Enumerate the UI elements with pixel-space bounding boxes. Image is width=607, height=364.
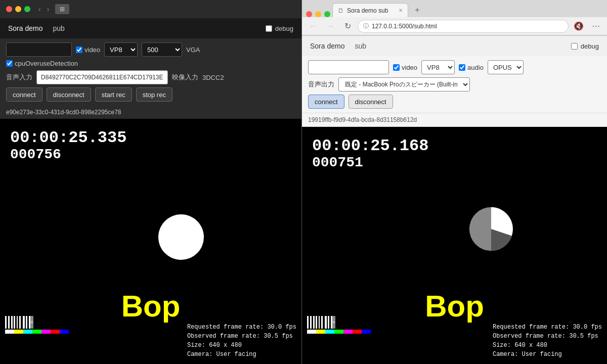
left-start-rec-button[interactable]: start rec bbox=[95, 87, 132, 102]
right-timer-display: 00:00:25.168 000751 bbox=[312, 137, 428, 170]
left-video-canvas: 00:00:25.335 000756 Bop bbox=[0, 119, 301, 364]
close-button[interactable] bbox=[6, 6, 12, 12]
left-codec-select[interactable]: VP8 VP9 H264 bbox=[104, 42, 138, 57]
left-video-checkbox[interactable] bbox=[76, 47, 82, 53]
left-disconnect-button[interactable]: disconnect bbox=[47, 87, 91, 102]
browser-tabs-bar: 🗋 Sora demo sub ✕ + bbox=[302, 0, 607, 17]
browser-minimize-btn[interactable] bbox=[315, 11, 321, 17]
left-color-bars: ≡ bbox=[5, 316, 69, 334]
right-stat-camera: Camera: User facing bbox=[493, 350, 602, 359]
left-cpu-checkbox-container: cpuOveruseDetection bbox=[6, 60, 78, 67]
right-debug-checkbox[interactable] bbox=[571, 43, 578, 50]
browser-back-button[interactable]: ← bbox=[306, 19, 320, 33]
left-app-header: Sora demo pub debug bbox=[0, 18, 301, 38]
right-pie-chart bbox=[468, 206, 514, 252]
left-video-input-label: 映像入力 bbox=[172, 73, 198, 82]
left-stat-fps-req: Requested frame rate: 30.0 fps bbox=[187, 323, 296, 332]
left-stat-camera: Camera: User facing bbox=[187, 350, 296, 359]
right-stat-size: Size: 640 x 480 bbox=[493, 341, 602, 350]
left-resolution-label: VGA bbox=[186, 46, 200, 54]
left-timer-display: 00:00:25.335 000756 bbox=[10, 129, 126, 162]
browser-tab-label: Sora demo sub bbox=[347, 7, 388, 14]
left-white-circle bbox=[158, 214, 204, 260]
browser-close-btn[interactable] bbox=[306, 11, 312, 17]
left-cpu-label: cpuOveruseDetection bbox=[15, 60, 78, 67]
right-codec-select[interactable]: VP8 VP9 H264 bbox=[421, 60, 455, 74]
lock-icon: ⓘ bbox=[363, 22, 369, 30]
left-connect-button[interactable]: connect bbox=[6, 87, 42, 102]
right-color-bars: ≡ bbox=[307, 316, 371, 334]
url-display: 127.0.0.1:5000/sub.html bbox=[372, 23, 437, 30]
right-connect-button[interactable]: connect bbox=[308, 95, 344, 109]
left-app-title: Sora demo bbox=[8, 24, 42, 32]
left-debug-checkbox[interactable] bbox=[266, 25, 272, 32]
left-controls-row4: connect disconnect start rec stop rec bbox=[6, 87, 295, 102]
right-app-title: Sora demo bbox=[310, 42, 344, 50]
right-video-checkbox[interactable] bbox=[393, 64, 400, 71]
left-window: ‹ › ⊞ Sora demo pub debug sora video VP8… bbox=[0, 0, 302, 364]
right-stats-overlay: Requested frame rate: 30.0 fps Observed … bbox=[493, 323, 602, 359]
right-speaker-select[interactable]: 既定 - MacBook Proのスピーカー (Built-in) bbox=[338, 77, 470, 92]
maximize-button[interactable] bbox=[24, 6, 30, 12]
left-debug-label: debug bbox=[275, 25, 293, 32]
left-titlebar: ‹ › ⊞ bbox=[0, 0, 301, 18]
right-audio-checkbox[interactable] bbox=[459, 64, 465, 71]
tab-switcher-button[interactable]: ⊞ bbox=[55, 4, 69, 14]
titlebar-nav: ‹ › bbox=[36, 4, 51, 14]
browser-active-tab[interactable]: 🗋 Sora demo sub ✕ bbox=[332, 3, 408, 17]
minimize-button[interactable] bbox=[15, 6, 21, 12]
right-timer-time: 00:00:25.168 bbox=[312, 137, 428, 155]
browser-audio-button[interactable]: 🔇 bbox=[572, 19, 586, 33]
left-app-mode: pub bbox=[53, 24, 64, 32]
right-stat-fps-req: Requested frame rate: 30.0 fps bbox=[493, 323, 602, 332]
left-audio-input-label: 音声入力 bbox=[6, 73, 32, 82]
browser-forward-button[interactable]: → bbox=[323, 19, 337, 33]
right-video-area: 00:00:25.168 000751 Bop bbox=[302, 127, 607, 364]
right-audio-checkbox-container: audio bbox=[459, 64, 484, 71]
right-timer-frames: 000751 bbox=[312, 155, 428, 170]
left-stat-size: Size: 640 x 480 bbox=[187, 341, 296, 350]
left-controls: sora video VP8 VP9 H264 500 1000 2000 VG… bbox=[0, 38, 301, 106]
right-video-checkbox-container: video bbox=[393, 64, 417, 71]
left-color-strip bbox=[5, 330, 69, 334]
right-controls-row2: 音声出力 既定 - MacBook Proのスピーカー (Built-in) bbox=[308, 77, 601, 92]
right-app-mode: sub bbox=[355, 42, 366, 50]
browser-toolbar: ← → ↻ ⓘ 127.0.0.1:5000/sub.html 🔇 ⋯ bbox=[302, 17, 607, 35]
right-video-canvas: 00:00:25.168 000751 Bop bbox=[302, 127, 607, 364]
left-cpu-checkbox[interactable] bbox=[6, 60, 13, 67]
right-window: 🗋 Sora demo sub ✕ + ← → ↻ ⓘ 127.0.0.1:50… bbox=[302, 0, 607, 364]
right-bop-text: Bop bbox=[425, 289, 484, 324]
nav-back-button[interactable]: ‹ bbox=[36, 4, 43, 14]
left-barcode: ≡ bbox=[5, 316, 69, 329]
right-audio-label: audio bbox=[467, 64, 484, 71]
left-controls-row1: sora video VP8 VP9 H264 500 1000 2000 VG… bbox=[6, 42, 295, 57]
left-stat-fps-obs: Observed frame rate: 30.5 fps bbox=[187, 332, 296, 341]
left-channel-input[interactable]: sora bbox=[6, 42, 72, 57]
address-bar[interactable]: ⓘ 127.0.0.1:5000/sub.html bbox=[358, 20, 569, 33]
left-bitrate-select[interactable]: 500 1000 2000 bbox=[142, 42, 182, 57]
left-stats-overlay: Requested frame rate: 30.0 fps Observed … bbox=[187, 323, 296, 359]
nav-forward-button[interactable]: › bbox=[45, 4, 52, 14]
left-video-area: 00:00:25.335 000756 Bop bbox=[0, 119, 301, 364]
right-debug-container: debug bbox=[571, 42, 599, 50]
left-video-checkbox-container: video bbox=[76, 46, 100, 54]
left-audio-device-input[interactable] bbox=[36, 70, 168, 84]
browser-maximize-btn[interactable] bbox=[324, 11, 330, 17]
left-controls-row2: cpuOveruseDetection bbox=[6, 60, 295, 67]
right-channel-input[interactable]: sora bbox=[308, 60, 389, 74]
right-disconnect-button[interactable]: disconnect bbox=[349, 95, 393, 109]
left-timer-frames: 000756 bbox=[10, 147, 126, 162]
right-video-label: video bbox=[402, 64, 417, 71]
tab-doc-icon: 🗋 bbox=[338, 7, 344, 14]
left-uuid: e90e273e-33c0-431d-9cd0-898e2295ce78 bbox=[0, 106, 301, 119]
browser-reload-button[interactable]: ↻ bbox=[340, 19, 355, 33]
right-audio-codec-select[interactable]: OPUS G711 bbox=[488, 60, 524, 74]
browser-chrome: 🗋 Sora demo sub ✕ + ← → ↻ ⓘ 127.0.0.1:50… bbox=[302, 0, 607, 36]
right-controls-row3: connect disconnect bbox=[308, 95, 601, 109]
browser-traffic-lights bbox=[306, 11, 330, 17]
tab-close-button[interactable]: ✕ bbox=[399, 8, 403, 13]
left-stop-rec-button[interactable]: stop rec bbox=[136, 87, 172, 102]
browser-more-button[interactable]: ⋯ bbox=[589, 19, 603, 33]
right-audio-output-label: 音声出力 bbox=[308, 80, 334, 89]
new-tab-button[interactable]: + bbox=[410, 3, 424, 17]
